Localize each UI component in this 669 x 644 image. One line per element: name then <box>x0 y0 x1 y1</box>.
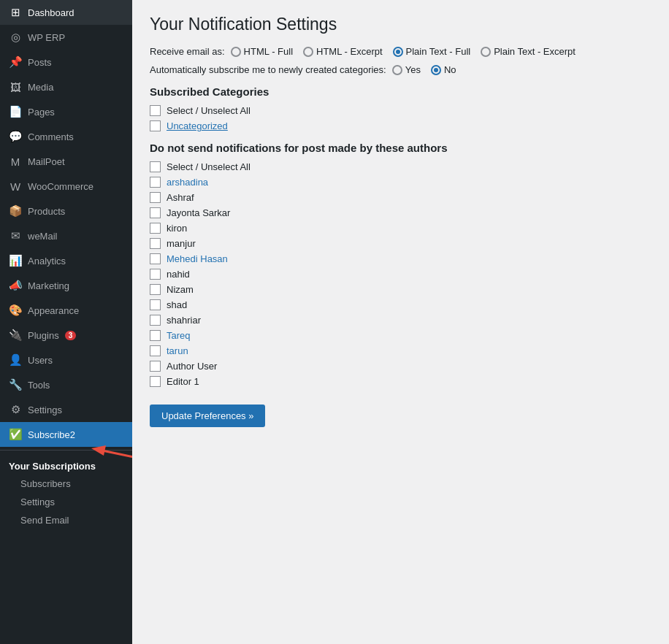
author-checkbox-tarun[interactable] <box>150 345 161 356</box>
sidebar-label-plugins: Plugins <box>28 330 59 341</box>
sidebar-item-settings[interactable]: ⚙Settings <box>0 397 132 422</box>
author-row-jayonta[interactable]: Jayonta Sarkar <box>150 207 651 218</box>
category-label-select-all-cat: Select / Unselect All <box>167 105 251 116</box>
sidebar-label-settings: Settings <box>28 405 62 415</box>
email-option-plain-text-excerpt[interactable]: Plain Text - Excerpt <box>481 46 576 57</box>
radio-circle-html-excerpt <box>303 47 313 57</box>
author-label-tarun: tarun <box>167 345 188 356</box>
author-row-shahriar[interactable]: shahriar <box>150 315 651 326</box>
sidebar-item-woocommerce[interactable]: WWooCommerce <box>0 174 132 199</box>
radio-label-auto-yes: Yes <box>405 64 421 75</box>
sidebar-item-analytics[interactable]: 📊Analytics <box>0 248 132 273</box>
checkbox-select-all-cat[interactable] <box>150 105 161 116</box>
sidebar-item-users[interactable]: 👤Users <box>0 348 132 372</box>
author-checkbox-editor1[interactable] <box>150 376 161 387</box>
author-checkbox-ashraf[interactable] <box>150 192 161 203</box>
author-row-nizam[interactable]: Nizam <box>150 284 651 295</box>
author-checkbox-kiron[interactable] <box>150 223 161 234</box>
author-row-arshadina[interactable]: arshadina <box>150 177 651 188</box>
auto-subscribe-option-yes[interactable]: Yes <box>392 64 421 75</box>
sidebar-item-posts[interactable]: 📌Posts <box>0 50 132 74</box>
author-checkbox-shad[interactable] <box>150 299 161 310</box>
author-row-tareq[interactable]: Tareq <box>150 330 651 341</box>
wperp-icon: ◎ <box>9 31 22 44</box>
author-row-tarun[interactable]: tarun <box>150 345 651 356</box>
auto-subscribe-row: Automatically subscribe me to newly crea… <box>150 64 651 75</box>
author-checkbox-shahriar[interactable] <box>150 315 161 326</box>
page-title: Your Notification Settings <box>150 15 651 34</box>
settings-icon: ⚙ <box>9 403 22 416</box>
sidebar-label-wperp: WP ERP <box>28 32 65 43</box>
author-row-mehedi[interactable]: Mehedi Hasan <box>150 253 651 264</box>
radio-label-html-excerpt: HTML - Excerpt <box>316 46 383 57</box>
sidebar-sub-item-send-email[interactable]: Send Email <box>0 511 132 529</box>
radio-circle-plain-text-excerpt <box>481 47 491 57</box>
author-checkbox-nizam[interactable] <box>150 284 161 295</box>
comments-icon: 💬 <box>9 130 22 143</box>
sidebar-item-products[interactable]: 📦Products <box>0 199 132 223</box>
update-preferences-button[interactable]: Update Preferences » <box>150 405 265 427</box>
radio-circle-html-full <box>231 47 241 57</box>
pages-icon: 📄 <box>9 105 22 118</box>
auto-subscribe-option-no[interactable]: No <box>431 64 456 75</box>
sidebar-item-wemail[interactable]: ✉weMail <box>0 223 132 248</box>
author-checkbox-tareq[interactable] <box>150 330 161 341</box>
email-option-html-excerpt[interactable]: HTML - Excerpt <box>303 46 383 57</box>
email-format-label: Receive email as: <box>150 46 225 57</box>
sidebar-sub-item-sub-settings[interactable]: Settings <box>0 493 132 511</box>
email-option-html-full[interactable]: HTML - Full <box>231 46 293 57</box>
authors-select-all-label: Select / Unselect All <box>167 161 251 172</box>
category-label-uncategorized: Uncategorized <box>167 120 228 131</box>
authors-select-all-checkbox[interactable] <box>150 161 161 172</box>
author-checkbox-jayonta[interactable] <box>150 207 161 218</box>
author-row-editor1[interactable]: Editor 1 <box>150 376 651 387</box>
sidebar-item-wperp[interactable]: ◎WP ERP <box>0 25 132 50</box>
author-checkbox-mehedi[interactable] <box>150 253 161 264</box>
sidebar-label-pages: Pages <box>28 107 55 118</box>
author-row-manjur[interactable]: manjur <box>150 238 651 249</box>
author-row-author-user[interactable]: Author User <box>150 361 651 372</box>
author-checkbox-arshadina[interactable] <box>150 177 161 188</box>
authors-select-all-row[interactable]: Select / Unselect All <box>150 161 651 172</box>
sidebar-item-plugins[interactable]: 🔌Plugins3 <box>0 323 132 348</box>
radio-circle-auto-yes <box>392 65 402 75</box>
category-row-select-all-cat[interactable]: Select / Unselect All <box>150 105 651 116</box>
products-icon: 📦 <box>9 204 22 218</box>
email-option-plain-text-full[interactable]: Plain Text - Full <box>393 46 471 57</box>
authors-heading: Do not send notifications for post made … <box>150 142 651 154</box>
sidebar-sub-item-subscribers[interactable]: Subscribers <box>0 475 132 493</box>
sidebar-label-mailpoet: MailPoet <box>28 156 65 167</box>
sidebar-item-marketing[interactable]: 📣Marketing <box>0 273 132 298</box>
email-format-row: Receive email as: HTML - FullHTML - Exce… <box>150 46 651 57</box>
sidebar-item-dashboard[interactable]: ⊞Dashboard <box>0 0 132 25</box>
sidebar-items-top: ⊞Dashboard◎WP ERP📌Posts🖼Media📄Pages💬Comm… <box>0 0 132 447</box>
sidebar-label-dashboard: Dashboard <box>28 7 74 18</box>
author-checkbox-manjur[interactable] <box>150 238 161 249</box>
radio-label-html-full: HTML - Full <box>244 46 293 57</box>
sidebar-item-appearance[interactable]: 🎨Appearance <box>0 298 132 323</box>
author-label-author-user: Author User <box>167 361 217 372</box>
sidebar-item-comments[interactable]: 💬Comments <box>0 124 132 149</box>
author-row-shad[interactable]: shad <box>150 299 651 310</box>
sidebar-sub-items: SubscribersSettingsSend Email <box>0 475 132 529</box>
radio-label-plain-text-excerpt: Plain Text - Excerpt <box>494 46 576 57</box>
author-checkbox-author-user[interactable] <box>150 361 161 372</box>
analytics-icon: 📊 <box>9 254 22 267</box>
sidebar-label-subscribe2: Subscribe2 <box>28 429 75 440</box>
subscribed-categories-heading: Subscribed Categories <box>150 85 651 98</box>
sidebar-item-pages[interactable]: 📄Pages <box>0 99 132 124</box>
update-preferences-container: Update Preferences » <box>150 391 651 427</box>
category-row-uncategorized[interactable]: Uncategorized <box>150 120 651 131</box>
sidebar-label-posts: Posts <box>28 57 52 68</box>
author-label-editor1: Editor 1 <box>167 376 199 387</box>
author-checkbox-nahid[interactable] <box>150 269 161 280</box>
author-row-kiron[interactable]: kiron <box>150 223 651 234</box>
sidebar-item-mailpoet[interactable]: MMailPoet <box>0 149 132 174</box>
sidebar-item-tools[interactable]: 🔧Tools <box>0 372 132 397</box>
author-row-nahid[interactable]: nahid <box>150 269 651 280</box>
media-icon: 🖼 <box>9 80 22 93</box>
author-label-shad: shad <box>167 299 187 310</box>
sidebar-item-media[interactable]: 🖼Media <box>0 74 132 99</box>
checkbox-uncategorized[interactable] <box>150 120 161 131</box>
author-row-ashraf[interactable]: Ashraf <box>150 192 651 203</box>
